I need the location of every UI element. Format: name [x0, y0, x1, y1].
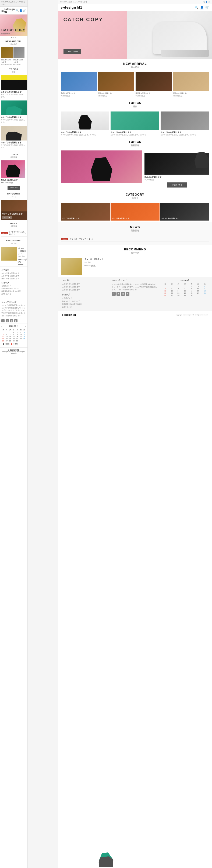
rf-cat-3[interactable]: カテゴリ名を記載します	[62, 289, 108, 291]
rf-cal-th-mon: 月	[169, 283, 175, 286]
pagination-dot-1[interactable]	[11, 37, 12, 38]
right-category-title: CATEGORY	[58, 190, 212, 197]
cal-td: 19	[1, 338, 5, 340]
right-topics2-section: 商品名を記載します ¥0,000(税込) 詳細を見る	[58, 149, 212, 190]
right-hero-discover-btn[interactable]: DISCOVER	[63, 49, 81, 54]
rf-cal-td: 19	[162, 292, 168, 294]
topics2-main-img	[1, 160, 25, 178]
rf-shop-2[interactable]: お知らせページについて	[62, 300, 108, 303]
instagram-icon[interactable]: ◉	[10, 319, 13, 322]
rt-item-2: カテゴリ名を記載します カテゴリに対する見出しを記載します。カテゴリ	[111, 112, 159, 136]
right-nav-icons: 🔍 👤 🛒	[194, 6, 209, 9]
footer-cat-3[interactable]: カテゴリ名を記載します	[1, 278, 26, 280]
rf-cal-th-tue: 火	[175, 283, 182, 286]
footer-shop-title: ショップ	[1, 282, 26, 284]
rf-cal-th-sat: 土	[202, 283, 208, 286]
na-img-2	[14, 47, 25, 58]
cal-td: 12	[1, 336, 5, 338]
search-icon[interactable]: 🔍	[16, 9, 19, 12]
cal-row-2: 5 6 7 8 9 10 11	[1, 333, 26, 336]
footer-shop-4[interactable]: お問い合わせ	[1, 293, 26, 295]
footer-cat-2[interactable]: カテゴリ名を記載します	[1, 275, 26, 277]
news-arrow-1[interactable]: ∨	[25, 232, 27, 235]
rf-cal-title: 2021年9月	[162, 279, 208, 282]
rcat-label-2: カテゴリ名を記載します	[111, 217, 129, 220]
cal-td: 3	[19, 331, 22, 333]
right-search-icon[interactable]: 🔍	[203, 1, 205, 3]
new-arrival-subtitle: 新入荷品	[0, 43, 27, 46]
news-section: お知らせ サイトオープンいたしました！ ∨	[0, 228, 27, 238]
rf-twitter-icon[interactable]: t	[116, 292, 120, 296]
cal-row-5: 26 27 28 29 30	[1, 340, 26, 342]
cal-td: 29	[12, 340, 15, 342]
na-chevron[interactable]: ›	[25, 55, 27, 58]
cal-td: 30	[15, 340, 19, 342]
rf-shop-3[interactable]: 特定商取引法に基づく表記	[62, 303, 108, 306]
right-cart-icon[interactable]: 🛒	[208, 1, 210, 3]
cal-next[interactable]: ›	[25, 326, 26, 327]
cal-prev[interactable]: ‹	[1, 326, 2, 327]
rf-shop-1[interactable]: ご利用ガイド	[62, 297, 108, 300]
footer-shop-1[interactable]: ご利用ガイド	[1, 285, 26, 287]
youtube-icon[interactable]: ▶	[14, 319, 18, 322]
user-icon[interactable]: 👤	[19, 9, 22, 12]
calendar-legend: ● 営業 ● 休業	[1, 342, 26, 346]
topics-name-1: カテゴリ名を記載します	[1, 91, 27, 93]
rt-name-3: カテゴリ名を記載します	[161, 131, 209, 134]
rf-cal-td: 24	[195, 292, 201, 294]
topics2-chevron-right[interactable]: ›	[25, 168, 26, 170]
cal-th-wed: 水	[12, 328, 15, 331]
rna-img-3	[136, 72, 171, 91]
hamburger-icon[interactable]: ☰	[1, 9, 4, 12]
rf-cat-2[interactable]: カテゴリ名を記載します	[62, 286, 108, 288]
na-item-2: 商品名を記載します ¥00(税込)	[14, 47, 25, 66]
rt2-side-info: 商品名を記載します ¥0,000(税込)	[144, 176, 209, 181]
right-header-icons: 🔍 👤 🛒	[203, 1, 210, 3]
facebook-icon[interactable]: f	[1, 319, 5, 322]
topics2-detail-btn[interactable]: 詳細を見る	[7, 186, 20, 190]
rf-cal-td: 1	[182, 286, 188, 288]
hero-discover-link[interactable]: DISCOVER	[1, 33, 10, 35]
calendar-header: ‹ 2021年9月 ›	[1, 325, 26, 328]
right-cart-icon-nav[interactable]: 🛒	[205, 6, 209, 9]
right-user-icon-nav[interactable]: 👤	[200, 6, 204, 9]
rf-cal-row-1: 1 2 3 4	[162, 286, 208, 288]
calendar-section: ‹ 2021年9月 › 日 月 火 水 木 金 土	[0, 323, 27, 347]
na-price-1: ¥13,000(税込)	[1, 63, 12, 66]
rf-facebook-icon[interactable]: f	[112, 292, 116, 296]
rf-shop-4[interactable]: お問い合わせ	[62, 306, 108, 308]
rf-cat-1[interactable]: カテゴリ名を記載します	[62, 283, 108, 285]
shoe-silhouette-1	[6, 81, 22, 90]
pagination-dot-3[interactable]	[15, 37, 16, 38]
category-btn[interactable]: サンプル ▶	[2, 216, 12, 219]
rf-cal-td: 4	[202, 286, 208, 288]
right-search-icon-nav[interactable]: 🔍	[194, 6, 198, 9]
rf-instagram-icon[interactable]: ◉	[121, 292, 125, 296]
rt2-shoe-main	[91, 157, 112, 181]
topics-item-1: カテゴリ名を記載します カテゴリに対する見出しを記載します。	[1, 75, 27, 98]
right-user-icon[interactable]: 👤	[206, 1, 207, 3]
rf-youtube-icon[interactable]: ▶	[126, 292, 129, 296]
footer-cat-1[interactable]: カテゴリ名を記載します	[1, 272, 26, 275]
rf-cal-td: 27	[169, 294, 175, 296]
rf-cal-td: 16	[188, 290, 195, 292]
cal-td: 20	[5, 338, 8, 340]
right-recommend-item: チューニーズスタンド おすすめ ¥00,000(税込)	[61, 258, 209, 275]
right-hero: CaTCH Copy DISCOVER	[58, 11, 212, 59]
cal-th-sat: 土	[22, 328, 26, 331]
pagination-dot-2[interactable]	[13, 37, 14, 38]
topics-title: TOPICS	[0, 67, 27, 71]
footer-shop-3[interactable]: 特定商取引法に基づく表記	[1, 290, 26, 292]
cal-td	[1, 331, 5, 333]
topics-desc-1: カテゴリに対する見出しを記載します。	[1, 93, 27, 98]
rf-cal-th-thu: 木	[188, 283, 195, 286]
rt2-detail-btn[interactable]: 詳細を見る	[167, 182, 187, 187]
rf-col-links: カテゴリ カテゴリ名を記載します カテゴリ名を記載します カテゴリ名を記載します…	[62, 279, 108, 309]
cart-icon[interactable]: 🛒	[23, 9, 26, 12]
footer-shop-2[interactable]: お知らせページについて	[1, 287, 26, 290]
rf-shop-info-title: ショップについて	[112, 279, 158, 282]
topics2-subtitle: 新着情報	[0, 156, 27, 160]
rt2-side-img	[144, 153, 209, 175]
rf-calendar-table: 日 月 火 水 木 金 土	[162, 283, 208, 296]
twitter-icon[interactable]: t	[6, 319, 9, 322]
